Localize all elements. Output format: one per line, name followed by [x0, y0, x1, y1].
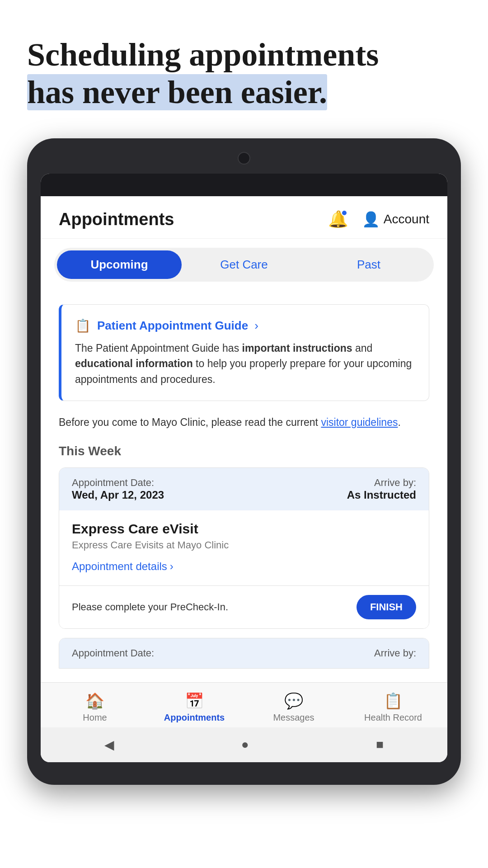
android-nav-bar: ◀ ● ■ [41, 727, 447, 762]
tablet-camera [238, 152, 250, 165]
android-home-button[interactable]: ● [241, 737, 249, 752]
appointment-card-2-partial: Appointment Date: Arrive by: [59, 638, 429, 669]
appt-arrive-label-2: Arrive by: [374, 647, 416, 659]
appt-footer-1: Please complete your PreCheck-In. FINISH [59, 585, 429, 628]
appt-date-value: Wed, Apr 12, 2023 [72, 489, 164, 501]
app-header: Appointments 🔔 👤 Account [41, 196, 447, 239]
appointment-card-1: Appointment Date: Wed, Apr 12, 2023 Arri… [59, 467, 429, 629]
nav-health-record[interactable]: 📋 Health Record [343, 692, 443, 723]
appt-date-label-2: Appointment Date: [72, 647, 154, 659]
tab-get-care[interactable]: Get Care [182, 250, 306, 279]
home-label: Home [83, 712, 107, 723]
account-label: Account [384, 212, 429, 226]
appt-date-block-2: Appointment Date: [72, 647, 154, 659]
appt-header-2: Appointment Date: Arrive by: [59, 638, 429, 668]
guide-card-text: The Patient Appointment Guide has import… [75, 340, 415, 387]
details-chevron-icon: › [170, 560, 174, 573]
this-week-heading: This Week [59, 444, 429, 458]
guide-clipboard-icon: 📋 [75, 318, 91, 333]
appt-arrive-block-2: Arrive by: [374, 647, 416, 659]
nav-messages[interactable]: 💬 Messages [244, 692, 343, 723]
account-button[interactable]: 👤 Account [362, 211, 429, 228]
tab-bar: Upcoming Get Care Past [41, 239, 447, 291]
appt-arrive-value: As Instructed [347, 489, 416, 501]
guide-chevron-icon: › [254, 319, 258, 333]
android-back-button[interactable]: ◀ [104, 737, 114, 752]
guide-title-row: 📋 Patient Appointment Guide › [75, 318, 415, 333]
notification-dot [341, 210, 347, 216]
messages-icon: 💬 [284, 692, 303, 710]
nav-home[interactable]: 🏠 Home [45, 692, 145, 723]
header-actions: 🔔 👤 Account [328, 210, 429, 229]
home-icon: 🏠 [85, 692, 104, 710]
appointments-label: Appointments [164, 712, 225, 723]
notification-button[interactable]: 🔔 [328, 210, 348, 229]
account-icon: 👤 [362, 211, 380, 228]
tablet-screen: Appointments 🔔 👤 Account Upcoming [41, 174, 447, 762]
app-header-title: Appointments [59, 210, 174, 229]
appt-name: Express Care eVisit [72, 521, 416, 537]
tablet-device: Appointments 🔔 👤 Account Upcoming [27, 138, 461, 785]
finish-button[interactable]: FINISH [357, 595, 416, 619]
visitor-guidelines-link[interactable]: visitor guidelines [321, 416, 398, 428]
android-recents-button[interactable]: ■ [376, 737, 384, 752]
appointments-icon: 📅 [185, 692, 204, 710]
appt-subtitle: Express Care Evisits at Mayo Clinic [72, 539, 416, 551]
tab-upcoming[interactable]: Upcoming [57, 250, 182, 279]
precheckin-text: Please complete your PreCheck-In. [72, 601, 228, 613]
status-bar [41, 174, 447, 196]
appointment-details-link[interactable]: Appointment details › [72, 560, 416, 573]
visitor-guidelines-text: Before you come to Mayo Clinic, please r… [59, 415, 429, 430]
bottom-nav: 🏠 Home 📅 Appointments 💬 Messages 📋 Healt… [41, 682, 447, 727]
page-background: Scheduling appointments has never been e… [0, 0, 488, 868]
messages-label: Messages [273, 712, 314, 723]
hero-title: Scheduling appointments has never been e… [27, 36, 461, 111]
tab-container: Upcoming Get Care Past [54, 248, 434, 282]
appt-arrive-block: Arrive by: As Instructed [347, 477, 416, 501]
content-area: 📋 Patient Appointment Guide › The Patien… [41, 291, 447, 682]
appt-date-label: Appointment Date: [72, 477, 164, 489]
tab-past[interactable]: Past [306, 250, 431, 279]
appt-body-1: Express Care eVisit Express Care Evisits… [59, 510, 429, 585]
guide-card-title: Patient Appointment Guide [97, 319, 248, 333]
appt-header-1: Appointment Date: Wed, Apr 12, 2023 Arri… [59, 468, 429, 510]
appt-date-block: Appointment Date: Wed, Apr 12, 2023 [72, 477, 164, 501]
health-record-label: Health Record [364, 712, 422, 723]
hero-section: Scheduling appointments has never been e… [0, 0, 488, 138]
health-record-icon: 📋 [384, 692, 403, 710]
guide-card[interactable]: 📋 Patient Appointment Guide › The Patien… [59, 304, 429, 401]
nav-appointments[interactable]: 📅 Appointments [145, 692, 244, 723]
appt-arrive-label: Arrive by: [347, 477, 416, 489]
